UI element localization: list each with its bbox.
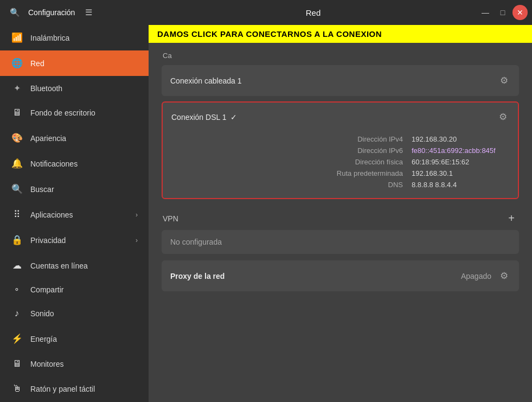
sidebar-item-mouse[interactable]: 🖱 Ratón y panel táctil <box>0 377 149 401</box>
annotation-banner: DAMOS CLICK PARA CONECTARNOS A LA CONEXI… <box>149 25 532 43</box>
ipv6-label: Dirección IPv6 <box>316 146 403 155</box>
apps-icon: ⠿ <box>11 209 23 220</box>
sidebar-item-sound[interactable]: ♪ Sonido <box>0 301 149 326</box>
vpn-no-config-text: No configurada <box>170 238 222 246</box>
search-sidebar-icon: 🔍 <box>11 183 23 195</box>
sidebar: 📶 Inalámbrica 🌐 Red ✦ Bluetooth 🖥 Fondo … <box>0 25 149 402</box>
chevron-right-icon: › <box>136 211 138 219</box>
sidebar-item-network[interactable]: 🌐 Red <box>0 50 149 76</box>
app-title: Configuración <box>28 8 75 17</box>
annotation-text: DAMOS CLICK PARA CONECTARNOS A LA CONEXI… <box>157 29 382 39</box>
maximize-icon: □ <box>501 8 505 17</box>
sidebar-item-monitors[interactable]: 🖥 Monitores <box>0 352 149 377</box>
dns-row: DNS 8.8.8.8 8.8.4.4 <box>171 179 509 190</box>
dsl-connection-row[interactable]: Conexión DSL 1 ✓ ⚙ <box>163 103 518 131</box>
sidebar-item-label: Buscar <box>30 185 54 194</box>
ipv6-row: Dirección IPv6 fe80::451a:6992:acbb:845f <box>171 145 509 156</box>
sidebar-item-label: Compartir <box>30 285 63 294</box>
wired-connection-item[interactable]: Conexión cableada 1 ⚙ <box>162 65 519 96</box>
dns-label: DNS <box>316 181 403 189</box>
sidebar-item-notifications[interactable]: 🔔 Notificaciones <box>0 151 149 176</box>
sidebar-item-label: Privacidad <box>30 236 66 245</box>
sidebar-item-apps[interactable]: ⠿ Aplicaciones › <box>0 202 149 227</box>
sidebar-item-bluetooth[interactable]: ✦ Bluetooth <box>0 76 149 100</box>
route-label: Ruta predeterminada <box>316 169 403 177</box>
sidebar-item-label: Fondo de escritorio <box>30 109 95 117</box>
network-icon: 🌐 <box>11 58 23 69</box>
sidebar-item-label: Ratón y panel táctil <box>30 385 95 393</box>
content-inner: Ca Conexión cableada 1 ⚙ Conexión DSL 1 … <box>149 43 532 304</box>
route-value: 192.168.30.1 <box>412 169 509 177</box>
titlebar-left: 🔍 Configuración ☰ <box>0 4 149 21</box>
sidebar-item-label: Bluetooth <box>30 84 62 93</box>
search-icon: 🔍 <box>10 8 20 17</box>
close-icon: ✕ <box>517 8 523 17</box>
mouse-icon: 🖱 <box>11 384 23 394</box>
sidebar-item-label: Inalámbrica <box>30 34 69 42</box>
sidebar-item-search[interactable]: 🔍 Buscar <box>0 176 149 202</box>
desktop-icon: 🖥 <box>11 107 23 118</box>
proxy-gear-button[interactable]: ⚙ <box>498 268 510 284</box>
window-title: Red <box>149 8 478 17</box>
sidebar-item-label: Sonido <box>30 309 54 318</box>
sidebar-item-label: Red <box>30 59 44 68</box>
share-icon: ⚬ <box>11 285 23 294</box>
sidebar-item-desktop[interactable]: 🖥 Fondo de escritorio <box>0 100 149 125</box>
check-icon: ✓ <box>230 113 237 122</box>
window-title-text: Red <box>306 8 321 17</box>
search-button[interactable]: 🔍 <box>7 4 23 21</box>
vpn-add-button[interactable]: + <box>505 211 518 226</box>
appearance-icon: 🎨 <box>11 132 23 144</box>
sidebar-item-appearance[interactable]: 🎨 Apariencia <box>0 125 149 151</box>
content-area: DAMOS CLICK PARA CONECTARNOS A LA CONEXI… <box>149 25 532 402</box>
privacy-icon: 🔒 <box>11 234 23 246</box>
close-button[interactable]: ✕ <box>512 5 528 20</box>
section-label-text: Ca <box>163 52 172 60</box>
ipv4-row: Dirección IPv4 192.168.30.20 <box>171 133 509 145</box>
minimize-button[interactable]: — <box>478 5 493 20</box>
monitors-icon: 🖥 <box>11 359 23 369</box>
proxy-row: Proxy de la red Apagado ⚙ <box>162 260 519 291</box>
sidebar-item-privacy[interactable]: 🔒 Privacidad › <box>0 227 149 253</box>
wireless-icon: 📶 <box>11 32 23 43</box>
sidebar-item-label: Apariencia <box>30 134 66 143</box>
gear-icon-dsl: ⚙ <box>499 112 507 122</box>
proxy-section: Proxy de la red Apagado ⚙ <box>162 260 519 291</box>
sidebar-item-label: Notificaciones <box>30 159 78 168</box>
vpn-no-config: No configurada <box>162 230 519 254</box>
dsl-connection-item[interactable]: Conexión DSL 1 ✓ ⚙ Dirección IPv4 192.16… <box>162 101 519 199</box>
sidebar-item-label: Monitores <box>30 360 63 368</box>
dsl-connection-gear-button[interactable]: ⚙ <box>497 109 509 125</box>
sidebar-item-wireless[interactable]: 📶 Inalámbrica <box>0 25 149 50</box>
sound-icon: ♪ <box>11 308 23 319</box>
sidebar-item-share[interactable]: ⚬ Compartir <box>0 278 149 301</box>
wired-connection-gear-button[interactable]: ⚙ <box>498 73 510 88</box>
minimize-icon: — <box>482 8 489 17</box>
wired-connection-name: Conexión cableada 1 <box>170 76 498 85</box>
menu-button[interactable]: ☰ <box>80 4 97 21</box>
sidebar-item-label: Energía <box>30 335 57 343</box>
sidebar-item-power[interactable]: ⚡ Energía <box>0 326 149 352</box>
proxy-status: Apagado <box>461 272 491 280</box>
ipv4-label: Dirección IPv4 <box>316 135 403 143</box>
maximize-button[interactable]: □ <box>495 5 510 20</box>
vpn-header: VPN + <box>162 207 519 230</box>
mac-label: Dirección física <box>316 158 403 166</box>
wired-connection-row[interactable]: Conexión cableada 1 ⚙ <box>162 65 519 96</box>
chevron-right-icon-2: › <box>136 237 138 244</box>
notifications-icon: 🔔 <box>11 158 23 169</box>
proxy-label: Proxy de la red <box>170 272 461 280</box>
power-icon: ⚡ <box>11 333 23 344</box>
sidebar-item-label: Cuentas en línea <box>30 261 88 270</box>
vpn-label: VPN <box>163 214 505 223</box>
dsl-connection-name: Conexión DSL 1 ✓ <box>171 113 497 122</box>
sidebar-item-online[interactable]: ☁ Cuentas en línea <box>0 253 149 278</box>
section-label: Ca <box>162 52 519 60</box>
window-controls: — □ ✕ <box>478 5 532 20</box>
bluetooth-icon: ✦ <box>11 83 23 93</box>
route-row: Ruta predeterminada 192.168.30.1 <box>171 168 509 179</box>
plus-icon: + <box>508 212 515 224</box>
ipv6-value: fe80::451a:6992:acbb:845f <box>412 146 509 155</box>
dns-value: 8.8.8.8 8.8.4.4 <box>412 181 509 189</box>
titlebar: 🔍 Configuración ☰ Red — □ ✕ <box>0 0 532 25</box>
